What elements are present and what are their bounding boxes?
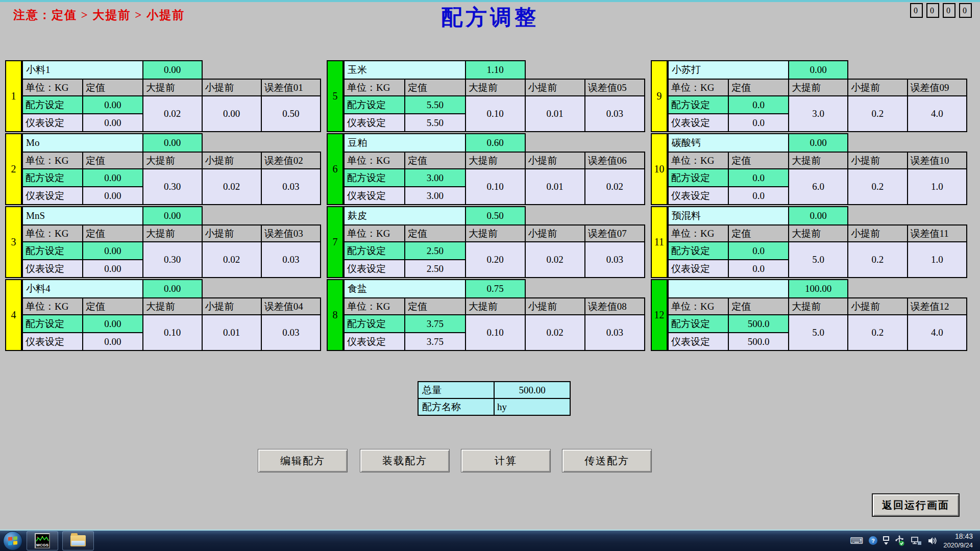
error-value[interactable]: 0.50 bbox=[261, 96, 321, 132]
big-advance-value[interactable]: 0.10 bbox=[465, 169, 525, 205]
load-recipe-button[interactable]: 装载配方 bbox=[360, 449, 450, 472]
small-advance-value[interactable]: 0.02 bbox=[202, 242, 261, 278]
unit-label: 单位：KG bbox=[344, 152, 405, 169]
error-value[interactable]: 1.0 bbox=[908, 169, 967, 205]
small-advance-label: 小提前 bbox=[848, 298, 907, 315]
recipe-set-value[interactable]: 2.50 bbox=[405, 242, 465, 260]
unit-label: 单位：KG bbox=[22, 298, 83, 315]
material-current-weight[interactable]: 0.75 bbox=[465, 280, 525, 298]
small-advance-value[interactable]: 0.01 bbox=[202, 315, 261, 350]
small-advance-value[interactable]: 0.2 bbox=[848, 169, 907, 205]
error-label: 误差值02 bbox=[261, 152, 321, 169]
recipe-set-value[interactable]: 500.0 bbox=[728, 315, 789, 333]
small-advance-value[interactable]: 0.01 bbox=[525, 169, 585, 205]
big-advance-value[interactable]: 3.0 bbox=[789, 96, 848, 132]
error-label: 误差值01 bbox=[261, 79, 321, 96]
material-current-weight[interactable]: 100.00 bbox=[789, 280, 848, 298]
recipe-set-value[interactable]: 0.0 bbox=[728, 242, 789, 260]
big-advance-value[interactable]: 0.10 bbox=[143, 315, 202, 350]
material-name: 玉米 bbox=[344, 61, 465, 79]
error-value[interactable]: 0.03 bbox=[261, 315, 321, 350]
small-advance-value[interactable]: 0.02 bbox=[202, 169, 261, 205]
small-advance-label: 小提前 bbox=[202, 225, 261, 242]
back-to-run-screen-button[interactable]: 返回运行画面 bbox=[872, 493, 960, 517]
recipe-set-value[interactable]: 0.0 bbox=[728, 96, 789, 114]
panel-number: 8 bbox=[327, 279, 344, 351]
recipe-name-label: 配方名称 bbox=[418, 398, 494, 415]
recipe-set-value[interactable]: 3.00 bbox=[405, 169, 465, 187]
small-advance-value[interactable]: 0.2 bbox=[848, 242, 907, 278]
network-icon[interactable] bbox=[911, 536, 922, 546]
unit-label: 单位：KG bbox=[668, 152, 728, 169]
small-advance-value[interactable]: 0.00 bbox=[202, 96, 261, 132]
fixed-value-label: 定值 bbox=[405, 152, 465, 169]
error-value[interactable]: 0.03 bbox=[261, 169, 321, 205]
material-current-weight[interactable]: 0.00 bbox=[789, 134, 848, 152]
small-advance-value[interactable]: 0.2 bbox=[848, 96, 907, 132]
windows-logo-icon bbox=[8, 536, 17, 545]
big-advance-value[interactable]: 0.20 bbox=[465, 242, 525, 278]
material-current-weight[interactable]: 0.00 bbox=[143, 207, 202, 225]
total-value[interactable]: 500.00 bbox=[494, 382, 570, 398]
big-advance-value[interactable]: 0.30 bbox=[143, 169, 202, 205]
recipe-set-value[interactable]: 0.00 bbox=[83, 169, 143, 187]
error-value[interactable]: 0.03 bbox=[585, 96, 645, 132]
error-value[interactable]: 1.0 bbox=[908, 242, 967, 278]
meter-set-value: 0.0 bbox=[728, 114, 789, 132]
error-value[interactable]: 0.03 bbox=[585, 315, 645, 350]
error-value[interactable]: 0.03 bbox=[585, 242, 645, 278]
error-value[interactable]: 0.02 bbox=[585, 169, 645, 205]
window-restore-icon bbox=[883, 536, 889, 541]
big-advance-value[interactable]: 0.10 bbox=[465, 315, 525, 350]
material-table: 小苏打 0.00 单位：KG 定值 大提前 小提前 误差值09 配方设定 0.0… bbox=[668, 60, 967, 132]
calculate-button[interactable]: 计算 bbox=[461, 449, 551, 472]
taskbar-app-mcgs[interactable]: MCGS bbox=[27, 531, 58, 550]
big-advance-label: 大提前 bbox=[143, 152, 202, 169]
chevron-down-icon bbox=[884, 542, 888, 545]
big-advance-value[interactable]: 0.02 bbox=[143, 96, 202, 132]
help-icon[interactable]: ? bbox=[869, 536, 877, 545]
material-current-weight[interactable]: 0.00 bbox=[143, 280, 202, 298]
material-current-weight[interactable]: 0.50 bbox=[465, 207, 525, 225]
recipe-set-value[interactable]: 5.50 bbox=[405, 96, 465, 114]
material-current-weight[interactable]: 0.00 bbox=[789, 61, 848, 79]
recipe-set-value[interactable]: 3.75 bbox=[405, 315, 465, 333]
panel-number: 4 bbox=[5, 279, 22, 351]
small-advance-value[interactable]: 0.2 bbox=[848, 315, 907, 350]
material-current-weight[interactable]: 0.00 bbox=[143, 61, 202, 79]
small-advance-value[interactable]: 0.02 bbox=[525, 242, 585, 278]
recipe-set-value[interactable]: 0.00 bbox=[83, 315, 143, 333]
big-advance-value[interactable]: 6.0 bbox=[789, 169, 848, 205]
material-current-weight[interactable]: 1.10 bbox=[465, 61, 525, 79]
counter-box: 0 bbox=[926, 3, 939, 18]
edit-recipe-button[interactable]: 编辑配方 bbox=[258, 449, 348, 472]
small-advance-value[interactable]: 0.01 bbox=[525, 96, 585, 132]
start-button[interactable] bbox=[3, 531, 22, 550]
material-current-weight[interactable]: 0.60 bbox=[465, 134, 525, 152]
error-value[interactable]: 4.0 bbox=[908, 96, 967, 132]
show-hidden-icons[interactable] bbox=[883, 536, 889, 545]
recipe-set-value[interactable]: 0.00 bbox=[83, 242, 143, 260]
error-value[interactable]: 0.03 bbox=[261, 242, 321, 278]
material-current-weight[interactable]: 0.00 bbox=[143, 134, 202, 152]
error-label: 误差值06 bbox=[585, 152, 645, 169]
meter-set-value: 2.50 bbox=[405, 260, 465, 278]
big-advance-value[interactable]: 0.30 bbox=[143, 242, 202, 278]
big-advance-value[interactable]: 5.0 bbox=[789, 242, 848, 278]
small-advance-value[interactable]: 0.02 bbox=[525, 315, 585, 350]
recipe-name-value[interactable]: hy bbox=[494, 398, 570, 415]
error-value[interactable]: 4.0 bbox=[908, 315, 967, 350]
taskbar-app-explorer[interactable] bbox=[62, 531, 94, 550]
fixed-value-label: 定值 bbox=[405, 298, 465, 315]
keyboard-icon[interactable]: ⌨ bbox=[850, 536, 863, 545]
speaker-icon[interactable] bbox=[927, 536, 938, 545]
taskbar-clock[interactable]: 18:43 2020/9/24 bbox=[943, 532, 975, 549]
recipe-set-value[interactable]: 0.0 bbox=[728, 169, 789, 187]
recipe-set-value[interactable]: 0.00 bbox=[83, 96, 143, 114]
usb-device-icon[interactable] bbox=[895, 535, 905, 546]
big-advance-value[interactable]: 5.0 bbox=[789, 315, 848, 350]
send-recipe-button[interactable]: 传送配方 bbox=[562, 449, 652, 472]
big-advance-label: 大提前 bbox=[465, 152, 525, 169]
material-current-weight[interactable]: 0.00 bbox=[789, 207, 848, 225]
big-advance-value[interactable]: 0.10 bbox=[465, 96, 525, 132]
